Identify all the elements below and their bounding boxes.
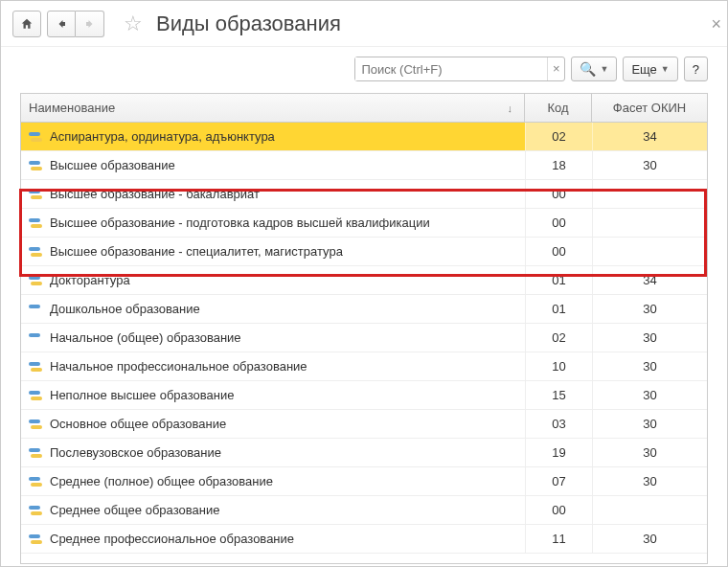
cell-code: 01	[525, 266, 592, 294]
column-header-code[interactable]: Код	[525, 94, 592, 122]
cell-facet: 34	[592, 266, 707, 294]
cell-name: Среднее профессиональное образование	[21, 525, 525, 553]
table-row[interactable]: Докторантура0134	[21, 266, 707, 295]
cell-name: Начальное (общее) образование	[21, 324, 525, 352]
item-icon	[29, 362, 42, 372]
clear-search-button[interactable]: ×	[547, 57, 564, 80]
window: ☆ Виды образования × × 🔍 ▼ Еще ▼ ? Наиме…	[0, 0, 728, 567]
table-row[interactable]: Начальное (общее) образование0230	[21, 324, 707, 352]
home-icon	[20, 17, 34, 31]
cell-facet: 30	[592, 352, 707, 380]
table-row[interactable]: Высшее образование1830	[21, 151, 707, 180]
cell-name: Основное общее образование	[21, 410, 525, 438]
help-button[interactable]: ?	[684, 57, 708, 81]
table-row[interactable]: Аспирантура, ординатура, адъюнктура0234	[21, 123, 707, 151]
cell-code: 02	[525, 324, 592, 352]
row-name-label: Высшее образование - подготовка кадров в…	[50, 215, 430, 230]
row-name-label: Аспирантура, ординатура, адъюнктура	[50, 129, 275, 144]
cell-facet: 30	[592, 410, 707, 438]
table: Наименование ↓ Код Фасет ОКИН Аспирантур…	[20, 93, 708, 564]
chevron-down-icon: ▼	[600, 64, 608, 74]
cell-name: Среднее общее образование	[21, 496, 525, 524]
cell-facet: 30	[592, 151, 707, 179]
magnifier-icon: 🔍	[580, 61, 596, 77]
cell-code: 15	[525, 381, 592, 409]
search-dropdown-button[interactable]: 🔍 ▼	[571, 57, 617, 81]
favorite-icon[interactable]: ☆	[124, 11, 143, 36]
page-title: Виды образования	[156, 11, 341, 36]
cell-name: Высшее образование - подготовка кадров в…	[21, 209, 525, 237]
table-row[interactable]: Неполное высшее образование1530	[21, 381, 707, 410]
column-header-name[interactable]: Наименование ↓	[21, 94, 525, 122]
cell-facet: 30	[592, 439, 707, 466]
column-header-facet[interactable]: Фасет ОКИН	[592, 94, 707, 122]
cell-facet: 30	[592, 467, 707, 495]
column-header-facet-label: Фасет ОКИН	[613, 101, 686, 115]
cell-code: 19	[525, 439, 592, 466]
cell-code: 07	[525, 467, 592, 495]
back-button[interactable]	[47, 11, 76, 37]
cell-facet	[592, 209, 707, 237]
table-body[interactable]: Аспирантура, ординатура, адъюнктура0234В…	[21, 123, 707, 563]
nav-group	[47, 11, 104, 37]
cell-facet	[592, 496, 707, 524]
sort-arrow-icon: ↓	[508, 102, 513, 114]
table-row[interactable]: Высшее образование - специалитет, магист…	[21, 238, 707, 266]
cell-code: 11	[525, 525, 592, 553]
table-row[interactable]: Среднее профессиональное образование1130	[21, 525, 707, 554]
table-row[interactable]: Высшее образование - подготовка кадров в…	[21, 209, 707, 238]
cell-facet	[592, 180, 707, 208]
cell-code: 00	[525, 496, 592, 524]
search-input[interactable]	[355, 57, 547, 80]
table-row[interactable]: Основное общее образование0330	[21, 410, 707, 439]
more-button[interactable]: Еще ▼	[623, 57, 677, 81]
cell-name: Среднее (полное) общее образование	[21, 467, 525, 495]
table-row[interactable]: Среднее общее образование00	[21, 496, 707, 525]
row-name-label: Высшее образование - бакалавриат	[50, 187, 260, 201]
cell-name: Аспирантура, ординатура, адъюнктура	[21, 123, 525, 150]
forward-button[interactable]	[76, 11, 104, 37]
cell-code: 10	[525, 352, 592, 380]
item-icon	[29, 477, 42, 487]
row-name-label: Начальное профессиональное образование	[50, 359, 307, 374]
chevron-down-icon: ▼	[661, 64, 670, 74]
cell-name: Докторантура	[21, 266, 525, 294]
row-name-label: Высшее образование	[50, 158, 175, 172]
arrow-right-icon	[84, 18, 96, 30]
item-icon	[29, 132, 42, 142]
help-button-label: ?	[693, 62, 699, 77]
topbar: ☆ Виды образования ×	[1, 1, 727, 47]
row-name-label: Докторантура	[50, 273, 130, 287]
row-name-label: Среднее общее образование	[50, 503, 219, 517]
item-icon	[29, 420, 42, 429]
item-icon	[29, 276, 42, 285]
table-row[interactable]: Дошкольное образование0130	[21, 295, 707, 324]
item-icon	[29, 333, 42, 343]
home-button[interactable]	[12, 11, 41, 37]
toolbar: × 🔍 ▼ Еще ▼ ?	[1, 47, 727, 93]
table-header: Наименование ↓ Код Фасет ОКИН	[21, 94, 707, 123]
cell-code: 18	[525, 151, 592, 179]
row-name-label: Послевузовское образование	[50, 445, 221, 460]
table-row[interactable]: Начальное профессиональное образование10…	[21, 352, 707, 381]
cell-code: 00	[525, 180, 592, 208]
cell-code: 02	[525, 123, 592, 150]
cell-name: Дошкольное образование	[21, 295, 525, 323]
cell-code: 03	[525, 410, 592, 438]
item-icon	[29, 448, 42, 458]
cell-facet: 30	[592, 324, 707, 352]
cell-code: 00	[525, 209, 592, 237]
table-row[interactable]: Высшее образование - бакалавриат00	[21, 180, 707, 209]
cell-code: 00	[525, 238, 592, 265]
cell-facet: 34	[592, 123, 707, 150]
cell-name: Высшее образование	[21, 151, 525, 179]
column-header-code-label: Код	[547, 101, 568, 115]
cell-name: Высшее образование - специалитет, магист…	[21, 238, 525, 265]
table-row[interactable]: Послевузовское образование1930	[21, 439, 707, 467]
search-box: ×	[354, 57, 565, 81]
more-button-label: Еще	[631, 62, 656, 77]
close-button[interactable]: ×	[711, 14, 721, 34]
table-row[interactable]: Среднее (полное) общее образование0730	[21, 467, 707, 496]
item-icon	[29, 218, 42, 228]
item-icon	[29, 161, 42, 170]
